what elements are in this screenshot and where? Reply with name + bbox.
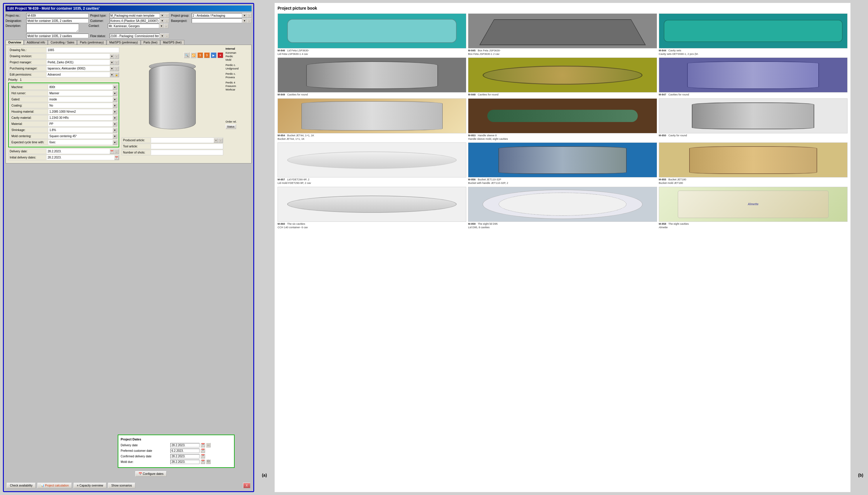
gated-value[interactable] [48, 97, 113, 102]
project-group-input[interactable] [192, 13, 242, 18]
picture-img-m859[interactable] [468, 187, 657, 222]
expected-cycle-time-value[interactable] [48, 140, 113, 145]
picture-img-m860[interactable] [278, 187, 466, 222]
picture-img-m845[interactable] [468, 13, 657, 49]
project-calculation-button[interactable]: 📊 Project calculation [37, 483, 72, 488]
customer-extra[interactable]: - [164, 18, 169, 23]
delivery-date-cal[interactable]: 📅 [110, 149, 114, 154]
coating-dropdown[interactable]: ▼ [113, 103, 117, 108]
drawing-revision-extra[interactable]: - [114, 54, 119, 59]
mold-centering-value[interactable] [48, 134, 113, 139]
drawing-no-value[interactable] [47, 48, 119, 53]
purchasing-manager-value[interactable] [47, 66, 110, 71]
coating-value[interactable] [48, 103, 113, 108]
hotrunner-value[interactable] [48, 91, 113, 96]
produced-article-value[interactable] [151, 138, 214, 143]
machine-dropdown[interactable]: ▼ [113, 85, 117, 90]
tab-additional-info[interactable]: Additional info [24, 40, 48, 45]
customer-input[interactable] [110, 18, 160, 23]
number-of-shots-value[interactable] [151, 150, 223, 155]
picture-img-m855[interactable] [659, 142, 848, 177]
picture-img-m857[interactable] [278, 142, 466, 177]
initial-delivery-dates-cal[interactable]: 📅 [114, 155, 119, 160]
tab-matsps-preliminary[interactable]: Mat/SPS (preliminary) [107, 40, 141, 45]
picture-img-m858[interactable]: Almette [659, 187, 848, 222]
project-type-dropdown[interactable]: ▼ [160, 13, 164, 18]
produced-article-btn1[interactable]: + [214, 138, 218, 143]
toolbar-icon-2[interactable]: 🔁 [191, 52, 196, 58]
pd-delivery-cal[interactable]: 📅 [200, 443, 205, 447]
pd-delivery-value[interactable] [170, 443, 199, 447]
description-input[interactable] [26, 24, 79, 32]
picture-img-m849[interactable] [278, 57, 466, 92]
shrinkage-dropdown[interactable]: ▼ [113, 128, 117, 133]
picture-img-m846[interactable] [278, 13, 466, 49]
picture-img-m847[interactable] [659, 57, 848, 92]
picture-img-m844[interactable] [659, 13, 848, 49]
project-manager-value[interactable] [47, 60, 110, 65]
edit-permissions-value[interactable] [47, 72, 110, 77]
hotrunner-dropdown[interactable]: ▼ [113, 91, 117, 96]
baseproject-extra[interactable]: - [247, 18, 251, 23]
pd-confirmed-cal[interactable]: 📅 [200, 454, 205, 459]
cavity-material-dropdown[interactable]: ▼ [113, 116, 117, 120]
flow-status-extra[interactable]: - [164, 34, 169, 38]
pd-molddue-cal[interactable]: 📅 [200, 459, 205, 464]
project-type-input[interactable] [110, 13, 160, 18]
capacity-overview-button[interactable]: ≡ Capacity overview [73, 483, 107, 488]
project-manager-extra[interactable]: - [114, 60, 119, 65]
check-availability-button[interactable]: Check availability [7, 483, 36, 488]
baseproject-input[interactable] [192, 18, 242, 23]
project-group-extra[interactable]: - [247, 13, 251, 18]
contact-input[interactable] [108, 24, 159, 28]
drawing-revision-dropdown[interactable]: ▼ [110, 54, 114, 59]
housing-material-dropdown[interactable]: ▼ [113, 109, 117, 114]
toolbar-close-red[interactable]: ✕ [217, 52, 223, 58]
desc-text-input[interactable] [26, 34, 88, 38]
picture-img-m848[interactable] [468, 57, 657, 92]
tab-parts-preliminary[interactable]: Parts (preliminary) [77, 40, 107, 45]
picture-img-m853[interactable] [468, 98, 657, 133]
picture-img-m854[interactable] [278, 98, 466, 133]
project-type-extra[interactable]: - [164, 13, 169, 18]
delivery-date-extra[interactable]: ... [114, 149, 119, 154]
purchasing-manager-extra[interactable]: - [114, 66, 119, 71]
status-button[interactable]: Status [226, 124, 236, 129]
tab-matsps-live[interactable]: Mat/SPS (live) [160, 40, 184, 45]
pd-preferred-value[interactable] [170, 449, 199, 453]
drawing-revision-value[interactable] [47, 54, 110, 59]
gated-dropdown[interactable]: ▼ [113, 97, 117, 102]
toolbar-icon-orange[interactable]: 9 [197, 52, 203, 58]
initial-delivery-dates-value[interactable] [47, 155, 114, 160]
baseproject-dropdown[interactable]: ▼ [242, 18, 247, 23]
flow-status-input[interactable] [110, 34, 160, 38]
material-dropdown[interactable]: ▼ [113, 122, 117, 126]
expected-cycle-time-dropdown[interactable]: ▼ [113, 140, 117, 145]
pd-molddue-checkbox[interactable]: ☐ [206, 459, 211, 464]
project-no-input[interactable] [26, 13, 88, 18]
toolbar-icon-1[interactable]: 🔍 [184, 52, 190, 58]
close-button[interactable]: X [243, 483, 250, 488]
designation-input[interactable] [26, 18, 88, 23]
show-scenarios-button[interactable]: Show scenarios [108, 483, 135, 488]
tab-overview[interactable]: Overview [5, 40, 24, 45]
mold-centering-dropdown[interactable]: ▼ [113, 134, 117, 139]
machine-value[interactable] [48, 85, 113, 90]
tool-article-value[interactable] [151, 144, 223, 149]
picture-img-m856[interactable] [468, 142, 657, 177]
shrinkage-value[interactable] [48, 127, 113, 133]
tab-controlling-sales[interactable]: Controlling / Sales [48, 40, 77, 45]
delivery-date-value[interactable] [47, 149, 110, 154]
flow-status-dropdown[interactable]: ▼ [160, 34, 164, 38]
pd-confirmed-value[interactable] [170, 454, 199, 459]
customer-dropdown[interactable]: ▼ [160, 18, 164, 23]
material-value[interactable] [48, 121, 113, 126]
toolbar-icon-orange2[interactable]: 9 [204, 52, 210, 58]
configure-dates-button[interactable]: 📅 Configure dates [135, 471, 166, 477]
pd-molddue-value[interactable] [170, 460, 199, 464]
pd-delivery-extra[interactable]: ... [206, 443, 211, 447]
tab-parts-live[interactable]: Parts (live) [141, 40, 160, 45]
edit-permissions-lock[interactable]: 🔒 [114, 72, 119, 77]
project-manager-dropdown[interactable]: ▼ [110, 60, 114, 65]
toolbar-icon-blue[interactable]: ▶ [211, 52, 216, 58]
